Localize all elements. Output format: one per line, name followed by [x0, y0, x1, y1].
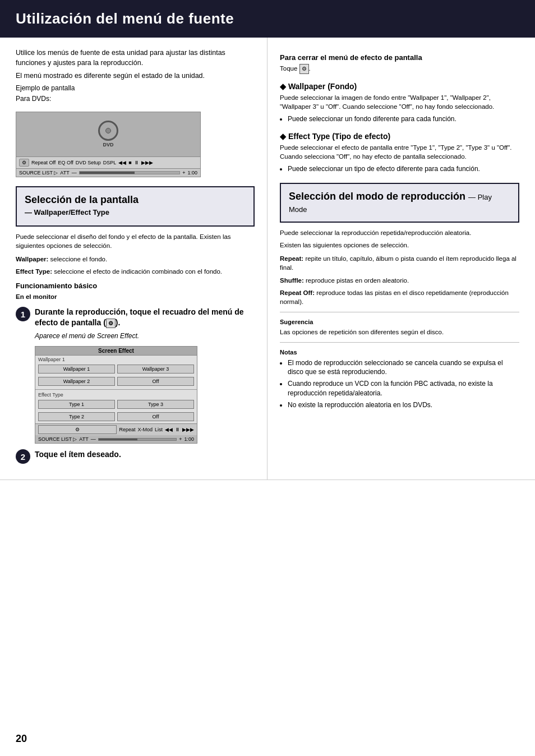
effect-row-2: Type 2 Off	[35, 411, 197, 423]
close-menu-title: Para cerrar el menú de efecto de pantall…	[280, 53, 519, 62]
notes-list: El modo de reproducción seleccionado se …	[280, 358, 519, 410]
step-2-row: 2 Toque el ítem deseado.	[16, 449, 255, 464]
dvd-plus[interactable]: +	[182, 170, 185, 176]
wp-btn-1[interactable]: Wallpaper 1	[38, 365, 115, 374]
play-mode-box: Selección del modo de reproducción — Pla…	[280, 183, 519, 223]
wallpaper-body: Puede seleccionar la imagen de fondo ent…	[280, 93, 519, 111]
se-pause[interactable]: ⏸	[175, 427, 180, 432]
se-repeat[interactable]: Repeat	[119, 427, 135, 432]
repeat-label: Repeat:	[280, 255, 303, 262]
play-mode-body: Puede seleccionar la reproducción repeti…	[280, 228, 519, 237]
type1-btn[interactable]: Type 1	[38, 400, 115, 409]
example-sublabel: Para DVDs:	[16, 94, 255, 104]
dvd-source-list[interactable]: SOURCE LIST ▷	[19, 170, 58, 176]
effect-type-header: Effect Type (Tipo de efecto)	[280, 132, 519, 141]
dvd-controls-bar: ⚙ Repeat Off EQ Off DVD Setup DSPL ◀◀ ■ …	[16, 157, 200, 169]
wallpaper-label-text: Wallpaper: seleccione el fondo.	[16, 255, 255, 264]
hint-label: Sugerencia	[280, 318, 519, 326]
se-gear[interactable]: ⚙	[38, 425, 117, 434]
dvd-disc-icon: DVD	[98, 121, 118, 147]
type2-btn[interactable]: Type 2	[38, 412, 115, 421]
page-title: Utilización del menú de fuente	[16, 10, 519, 27]
close-menu-body: Toque ⚙.	[280, 64, 519, 74]
note-item-2: Cuando reproduce un VCD con la función P…	[288, 379, 519, 398]
dvd-eq-off: EQ Off	[58, 160, 73, 165]
repeat-off-text: Repeat Off: reproduce todas las pistas e…	[280, 288, 519, 306]
step-1-container: 1 Durante la reproducción, toque el recu…	[16, 307, 255, 444]
wp-btn-off[interactable]: Off	[117, 377, 194, 386]
effect-type-bold: Effect Type:	[16, 268, 52, 275]
play-mode-body2: Existen las siguientes opciones de selec…	[280, 241, 519, 250]
page-header: Utilización del menú de fuente	[0, 0, 535, 38]
se-controls-bar: ⚙ Repeat X-Mod List ◀◀ ⏸ ▶▶▶	[35, 423, 197, 435]
effect-type-bullet-list: Puede seleccionar un tipo de efecto dife…	[280, 164, 519, 174]
hint-body: Las opciones de repetición son diferente…	[280, 328, 519, 336]
screen-selection-subtitle: — Wallpaper/Effect Type	[25, 208, 109, 216]
dvd-pause-icon[interactable]: ⏸	[134, 160, 139, 165]
effect-row-1: Type 1 Type 3	[35, 399, 197, 411]
se-time: 1:00	[184, 436, 194, 442]
se-divider	[35, 389, 197, 390]
type3-btn[interactable]: Type 3	[117, 400, 194, 409]
section-divider	[280, 312, 519, 312]
wallpaper-bold: Wallpaper:	[16, 256, 48, 262]
effect-type-label-text: Effect Type: seleccione el efecto de ind…	[16, 267, 255, 276]
wallpaper-desc: seleccione el fondo.	[50, 256, 108, 262]
intro-line-1: Utilice los menús de fuente de esta unid…	[16, 48, 255, 68]
page-number: 20	[16, 733, 27, 745]
step-2-text: Toque el ítem deseado.	[35, 449, 255, 459]
se-att[interactable]: ATT	[79, 436, 88, 442]
repeat-desc: repite un título, capítulo, álbum o pist…	[280, 255, 516, 271]
shuffle-text: Shuffle: reproduce pistas en orden aleat…	[280, 276, 519, 285]
effect-type-desc: seleccione el efecto de indicación combi…	[54, 268, 222, 275]
note-item-3: No existe la reproducción aleatoria en l…	[288, 400, 519, 410]
dvd-next-icon[interactable]: ▶▶▶	[141, 160, 153, 165]
step-1-number: 1	[16, 307, 30, 321]
dvd-volume-fill	[80, 172, 135, 174]
wp-section-label: Wallpaper 1	[35, 356, 197, 363]
se-xmod[interactable]: X-Mod	[137, 427, 153, 432]
left-column: Utilice los menús de fuente de esta unid…	[0, 38, 268, 480]
shuffle-label: Shuffle:	[280, 277, 304, 284]
se-source-list[interactable]: SOURCE LIST ▷	[38, 436, 77, 442]
dvd-time: 1:00	[187, 170, 197, 176]
se-minus[interactable]: —	[91, 436, 96, 442]
dvd-screen-mockup: DVD ⚙ Repeat Off EQ Off DVD Setup DSPL ◀…	[16, 112, 201, 177]
shuffle-desc: reproduce pistas en orden aleatorio.	[306, 277, 409, 284]
dvd-minus[interactable]: —	[72, 170, 77, 176]
step-1-text: Durante la reproducción, toque el recuad…	[35, 307, 255, 328]
intro-line-2: El menú mostrado es diferente según el e…	[16, 71, 255, 81]
repeat-text: Repeat: repite un título, capítulo, álbu…	[280, 254, 519, 272]
dvd-label: DVD	[103, 142, 113, 147]
se-vol-bar	[98, 438, 177, 441]
effect-type-bullet-item: Puede seleccionar un tipo de efecto dife…	[288, 164, 519, 174]
effect-section-label: Effect Type	[35, 391, 197, 399]
screen-effect-title: Screen Effect	[35, 347, 197, 356]
note-item-1: El modo de reproducción seleccionado se …	[288, 358, 519, 377]
screen-effect-box: Screen Effect Wallpaper 1 Wallpaper 1 Wa…	[35, 346, 197, 444]
effect-type-body: Puede seleccionar el efecto de pantalla …	[280, 143, 519, 161]
close-gear-icon[interactable]: ⚙	[299, 64, 309, 74]
dvd-gear-icon[interactable]: ⚙	[19, 159, 29, 167]
dvd-prev-icon[interactable]: ◀◀	[118, 160, 126, 165]
close-menu-section: Para cerrar el menú de efecto de pantall…	[280, 53, 519, 74]
step-1-subtext: Aparece el menú de Screen Effect.	[35, 331, 255, 341]
repeat-off-desc: reproduce todas las pistas en el disco r…	[280, 289, 509, 305]
se-next[interactable]: ▶▶▶	[182, 427, 194, 432]
wallpaper-bullet-item: Puede seleccionar un fondo diferente par…	[288, 114, 519, 124]
screen-selection-title: Selección de la pantalla — Wallpaper/Eff…	[25, 194, 246, 218]
wp-btn-2[interactable]: Wallpaper 2	[38, 377, 115, 386]
dvd-att[interactable]: ATT	[60, 170, 69, 176]
example-label: Ejemplo de pantalla	[16, 84, 255, 93]
dvd-setup: DVD Setup	[76, 160, 101, 165]
type-off-btn[interactable]: Off	[117, 412, 194, 421]
wp-row-1: Wallpaper 1 Wallpaper 3	[35, 363, 197, 376]
dvd-stop-icon[interactable]: ■	[128, 160, 131, 165]
se-prev[interactable]: ◀◀	[165, 427, 173, 432]
basic-op-title: Funcionamiento básico	[16, 282, 255, 290]
dvd-repeat-off: Repeat Off	[31, 160, 56, 165]
se-list[interactable]: List	[155, 427, 163, 432]
se-plus[interactable]: +	[179, 436, 182, 442]
wp-btn-3[interactable]: Wallpaper 3	[117, 365, 194, 374]
step-2-number: 2	[16, 449, 30, 464]
